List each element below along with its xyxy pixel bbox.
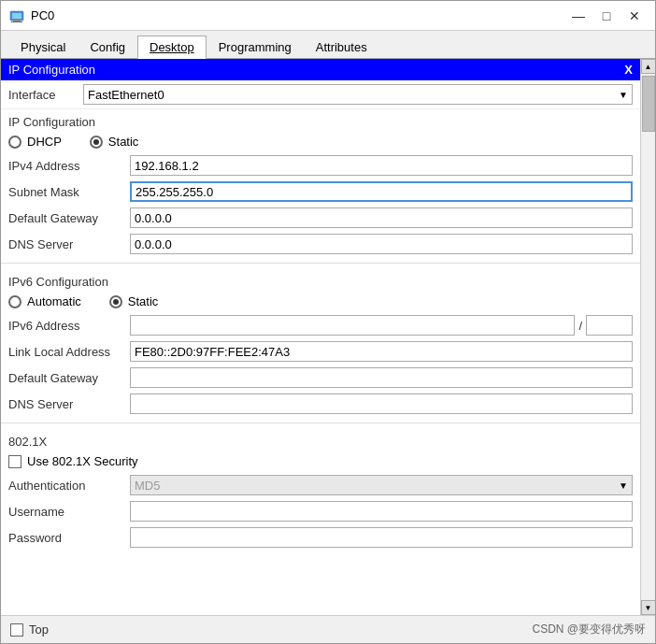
ipv4-address-label: IPv4 Address xyxy=(8,159,130,173)
automatic-label: Automatic xyxy=(27,294,81,308)
username-input[interactable] xyxy=(130,501,633,522)
bottom-bar: Top CSDN @要变得优秀呀 xyxy=(1,615,655,643)
scrollable-content[interactable]: IP Configuration X Interface FastEtherne… xyxy=(1,59,640,615)
close-button[interactable]: ✕ xyxy=(621,5,648,27)
subnet-mask-row: Subnet Mask xyxy=(1,179,640,205)
ipv4-address-input[interactable] xyxy=(130,155,633,176)
bottom-left: Top xyxy=(10,623,49,637)
scrollbar[interactable]: ▲ ▼ xyxy=(640,59,655,615)
scrollbar-thumb[interactable] xyxy=(642,76,655,132)
svg-rect-2 xyxy=(13,20,21,21)
ipv6-section-title: IPv6 Configuration xyxy=(1,269,640,291)
password-label: Password xyxy=(8,531,130,545)
window-icon xyxy=(8,7,25,24)
ipv6-address-input[interactable] xyxy=(130,315,575,336)
interface-label: Interface xyxy=(8,88,83,102)
username-label: Username xyxy=(8,505,130,519)
window-controls: — □ ✕ xyxy=(565,5,648,27)
tab-attributes[interactable]: Attributes xyxy=(304,36,379,59)
content-area: IP Configuration X Interface FastEtherne… xyxy=(1,59,655,615)
dns-server-ipv4-input[interactable] xyxy=(130,234,633,254)
interface-row: Interface FastEthernet0 ▼ xyxy=(1,80,640,109)
divider-2 xyxy=(1,422,640,423)
dropdown-arrow-icon: ▼ xyxy=(619,90,628,100)
divider-1 xyxy=(1,263,640,264)
default-gateway-ipv6-row: Default Gateway xyxy=(1,365,640,391)
authentication-row: Authentication MD5 ▼ xyxy=(1,472,640,498)
authentication-label: Authentication xyxy=(8,479,130,493)
title-bar: PC0 — □ ✕ xyxy=(1,1,655,31)
static-radio-circle xyxy=(90,136,103,149)
password-row: Password xyxy=(1,524,640,551)
top-checkbox[interactable] xyxy=(10,623,23,637)
subnet-mask-label: Subnet Mask xyxy=(8,185,130,199)
watermark: CSDN @要变得优秀呀 xyxy=(532,622,646,637)
default-gateway-ipv4-label: Default Gateway xyxy=(8,211,130,225)
dns-server-ipv6-row: DNS Server xyxy=(1,391,640,417)
scrollbar-track[interactable] xyxy=(641,74,655,600)
ipv6-slash: / xyxy=(578,319,582,333)
static-ipv6-label: Static xyxy=(128,294,159,308)
minimize-button[interactable]: — xyxy=(565,5,592,27)
default-gateway-ipv6-label: Default Gateway xyxy=(8,371,130,385)
dns-server-ipv6-input[interactable] xyxy=(130,394,633,414)
use-security-label: Use 802.1X Security xyxy=(27,454,138,468)
authentication-value: MD5 xyxy=(135,479,160,493)
authentication-dropdown[interactable]: MD5 ▼ xyxy=(130,475,633,495)
automatic-radio-circle xyxy=(8,295,21,308)
link-local-row: Link Local Address xyxy=(1,338,640,365)
dhcp-radio-circle xyxy=(8,136,21,149)
automatic-radio[interactable]: Automatic xyxy=(8,294,81,308)
ipv4-address-row: IPv4 Address xyxy=(1,152,640,179)
ip-config-title: IP Configuration xyxy=(8,63,95,77)
interface-dropdown[interactable]: FastEthernet0 ▼ xyxy=(83,84,633,105)
scrollbar-down-button[interactable]: ▼ xyxy=(641,600,656,615)
default-gateway-ipv4-input[interactable] xyxy=(130,208,633,228)
dhcp-radio[interactable]: DHCP xyxy=(8,135,62,149)
dns-server-ipv6-label: DNS Server xyxy=(8,397,130,411)
ip-config-header: IP Configuration X xyxy=(1,59,640,80)
dns-server-ipv4-row: DNS Server xyxy=(1,231,640,257)
top-label: Top xyxy=(29,623,49,637)
main-window: PC0 — □ ✕ Physical Config Desktop Progra… xyxy=(0,0,656,644)
ipv6-prefix-input[interactable] xyxy=(586,315,633,336)
dns-server-ipv4-label: DNS Server xyxy=(8,237,130,251)
dhcp-label: DHCP xyxy=(27,135,62,149)
ip-config-close-button[interactable]: X xyxy=(624,63,633,77)
static-ipv6-radio[interactable]: Static xyxy=(109,294,159,308)
svg-rect-3 xyxy=(11,21,22,22)
default-gateway-ipv4-row: Default Gateway xyxy=(1,205,640,231)
auth-dropdown-arrow-icon: ▼ xyxy=(619,480,628,491)
ipv6-mode-row: Automatic Static xyxy=(1,291,640,312)
password-input[interactable] xyxy=(130,527,633,548)
tab-bar: Physical Config Desktop Programming Attr… xyxy=(1,31,655,59)
scrollbar-up-button[interactable]: ▲ xyxy=(641,59,656,74)
ipv6-address-group: / xyxy=(130,315,633,336)
static-ipv6-radio-circle xyxy=(109,295,122,308)
svg-rect-1 xyxy=(12,13,21,19)
ipv4-section-title: IP Configuration xyxy=(1,109,640,131)
maximize-button[interactable]: □ xyxy=(593,5,620,27)
ipv4-mode-row: DHCP Static xyxy=(1,131,640,152)
default-gateway-ipv6-input[interactable] xyxy=(130,367,633,388)
tab-programming[interactable]: Programming xyxy=(207,36,304,59)
8021x-section-label: 802.1X xyxy=(1,429,640,451)
subnet-mask-input[interactable] xyxy=(130,181,633,202)
use-security-checkbox[interactable] xyxy=(8,455,21,468)
static-label: Static xyxy=(108,135,139,149)
tab-desktop[interactable]: Desktop xyxy=(137,36,207,59)
username-row: Username xyxy=(1,498,640,524)
link-local-label: Link Local Address xyxy=(8,345,130,359)
window-title: PC0 xyxy=(31,8,565,22)
use-security-row: Use 802.1X Security xyxy=(1,451,640,472)
link-local-input[interactable] xyxy=(130,341,633,362)
ipv6-address-row: IPv6 Address / xyxy=(1,312,640,338)
ipv6-address-label: IPv6 Address xyxy=(8,319,130,333)
tab-physical[interactable]: Physical xyxy=(8,36,78,59)
tab-config[interactable]: Config xyxy=(78,36,137,59)
static-radio[interactable]: Static xyxy=(90,135,139,149)
